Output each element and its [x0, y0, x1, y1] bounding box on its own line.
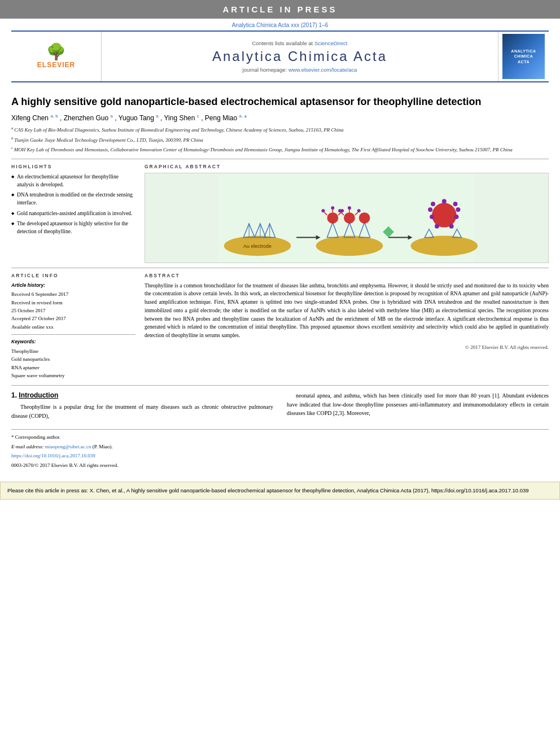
sciencedirect-link[interactable]: ScienceDirect [314, 40, 348, 46]
intro-section: 1. Introduction Theophylline is a popula… [11, 385, 549, 423]
journal-header-center: Contents lists available at ScienceDirec… [102, 32, 498, 81]
banner-text: ARTICLE IN PRESS [222, 5, 337, 14]
svg-point-41 [456, 207, 461, 212]
sciencedirect-prefix: Contents lists available at [252, 40, 314, 46]
journal-header: 🌳 ELSEVIER Contents lists available at S… [11, 30, 549, 82]
highlight-item-1: An electrochemical aptasensor for theoph… [11, 173, 135, 189]
highlight-text-4: The developed aptasensor is highly selec… [17, 221, 128, 234]
revised-date: 25 October 2017 [11, 308, 46, 313]
section-number: 1. [11, 391, 17, 399]
received-label: Received 6 September 2017 [11, 291, 68, 297]
copyright-line: © 2017 Elsevier B.V. All rights reserved… [145, 344, 549, 350]
affil-item-a: a CAS Key Lab of Bio-Medical Diagnostics… [11, 125, 549, 134]
journal-ref: Analytica Chimica Acta xxx (2017) 1–6 [0, 19, 560, 30]
citation-bar: Please cite this article in press as: X.… [0, 482, 560, 500]
homepage-link[interactable]: www.elsevier.com/locate/aca [288, 67, 357, 73]
footnote-corresponding-text: * Corresponding author. [11, 434, 60, 440]
elsevier-logo-area: 🌳 ELSEVIER [11, 32, 102, 81]
footnote-doi-link[interactable]: https://doi.org/10.1016/j.aca.2017.10.03… [11, 453, 95, 458]
elsevier-label: ELSEVIER [37, 61, 75, 69]
keyword-3: RNA aptamer [11, 365, 40, 370]
intro-col-left: 1. Introduction Theophylline is a popula… [11, 391, 273, 423]
highlight-item-2: DNA tetrahedron is modified on the elect… [11, 191, 135, 207]
keyword-1: Theophylline [11, 348, 38, 354]
svg-point-19 [322, 209, 325, 212]
svg-point-34 [442, 199, 447, 203]
info-abstract-row: ARTICLE INFO Article history: Received 6… [11, 268, 549, 380]
author-separator-3: , Ying Shen [160, 114, 195, 122]
highlights-col: HIGHLIGHTS An electrochemical aptasensor… [11, 164, 135, 263]
journal-cover-area: ANALYTICACHIMICAACTA [498, 32, 549, 81]
author-separator-1: , Zhenzhen Guo [60, 114, 108, 122]
elsevier-logo-box: 🌳 ELSEVIER [23, 38, 90, 75]
keyword-4: Square wave voltammetry [11, 373, 64, 378]
svg-point-11 [316, 235, 383, 256]
article-info-heading: ARTICLE INFO [11, 273, 135, 278]
affil-text-c: MOH Key Lab of Thrombosis and Hemostasis… [14, 147, 513, 152]
svg-point-33 [432, 203, 456, 227]
abstract-col: ABSTRACT Theophylline is a common bronch… [145, 273, 549, 380]
affil-item-b: b Tianjin Guoke Jiaye Medical Technology… [11, 136, 549, 145]
intro-text-right: neonatal apnea, and asthma, which has be… [287, 391, 549, 418]
footnote-area: * Corresponding author. E-mail address: … [11, 429, 549, 469]
svg-point-21 [344, 212, 355, 224]
intro-two-col: 1. Introduction Theophylline is a popula… [11, 391, 549, 423]
journal-title-header: Analytica Chimica Acta [212, 49, 387, 64]
abstract-text: Theophylline is a common bronchodilator … [145, 282, 549, 340]
graphical-abstract-col: GRAPHICAL ABSTRACT Au electrode [145, 164, 549, 263]
affil-c: a [156, 113, 158, 119]
svg-point-29 [359, 212, 370, 224]
footnote-issn: 0003-2670/© 2017 Elsevier B.V. All right… [11, 461, 549, 469]
svg-point-39 [430, 215, 434, 219]
intro-paragraph-left: Theophylline is a popular drug for the t… [11, 403, 273, 420]
svg-point-26 [357, 209, 361, 212]
article-info-col: ARTICLE INFO Article history: Received 6… [11, 273, 135, 380]
keyword-2: Gold nanoparticles [11, 356, 50, 362]
section-title: Introduction [19, 391, 58, 399]
footnote-email-value[interactable]: miaopeng@sibet.ac.cn [45, 444, 91, 449]
highlight-item-4: The developed aptasensor is highly selec… [11, 220, 135, 236]
affiliations: a CAS Key Lab of Bio-Medical Diagnostics… [11, 125, 549, 154]
highlight-text-1: An electrochemical aptasensor for theoph… [17, 174, 119, 187]
affil-text-b: Tianjin Guoke Jiaye Medical Technology D… [14, 137, 203, 143]
svg-point-13 [327, 212, 338, 224]
article-history-block: Article history: Received 6 September 20… [11, 282, 135, 335]
graphical-abstract-heading: GRAPHICAL ABSTRACT [145, 164, 549, 169]
corresponding-star: * [244, 114, 247, 122]
svg-text:Au electrode: Au electrode [243, 243, 272, 249]
main-content: A highly sensitive gold nanoparticle-bas… [11, 82, 549, 476]
graphical-abstract-image: Au electrode [145, 173, 549, 263]
footnote-doi: https://doi.org/10.1016/j.aca.2017.10.03… [11, 452, 549, 460]
sciencedirect-line: Contents lists available at ScienceDirec… [252, 40, 348, 46]
authors-line: Xifeng Chen a, b , Zhenzhen Guo a , Yugu… [11, 113, 549, 122]
citation-text: Please cite this article in press as: X.… [7, 487, 529, 493]
homepage-line: journal homepage: www.elsevier.com/locat… [243, 67, 357, 73]
svg-point-37 [449, 224, 454, 229]
intro-paragraph-right: neonatal apnea, and asthma, which has be… [287, 391, 549, 418]
affil-item-c: c MOH Key Lab of Thrombosis and Hemostas… [11, 145, 549, 154]
author-separator-2: , Yuguo Tang [115, 114, 154, 122]
section-number-heading: 1. Introduction [11, 391, 273, 399]
footnote-corresponding: * Corresponding author. [11, 433, 549, 441]
cover-thumb-text: ANALYTICACHIMICAACTA [511, 49, 536, 64]
affil-d: c [197, 113, 199, 119]
svg-point-38 [431, 202, 435, 206]
keywords-title: Keywords: [11, 338, 135, 346]
svg-point-25 [348, 206, 351, 209]
svg-point-35 [453, 202, 458, 206]
footnote-email-label: E-mail address: [11, 444, 45, 449]
highlights-list: An electrochemical aptasensor for theoph… [11, 173, 135, 236]
graphical-abstract-svg: Au electrode [145, 173, 548, 263]
highlight-item-3: Gold nanoparticles-assisted amplificatio… [11, 209, 135, 217]
intro-col-right: neonatal apnea, and asthma, which has be… [287, 391, 549, 423]
svg-point-27 [338, 209, 342, 212]
author-xifeng: Xifeng Chen [11, 114, 49, 122]
elsevier-tree-icon: 🌳 [46, 44, 66, 60]
svg-point-40 [435, 224, 439, 229]
affil-b: a [110, 113, 112, 119]
footnote-email-person: (P. Miao). [93, 444, 113, 449]
author-separator-4: , Peng Miao [201, 114, 237, 122]
abstract-heading: ABSTRACT [145, 273, 549, 278]
svg-point-42 [428, 207, 432, 212]
footnote-email: E-mail address: miaopeng@sibet.ac.cn (P.… [11, 443, 549, 451]
